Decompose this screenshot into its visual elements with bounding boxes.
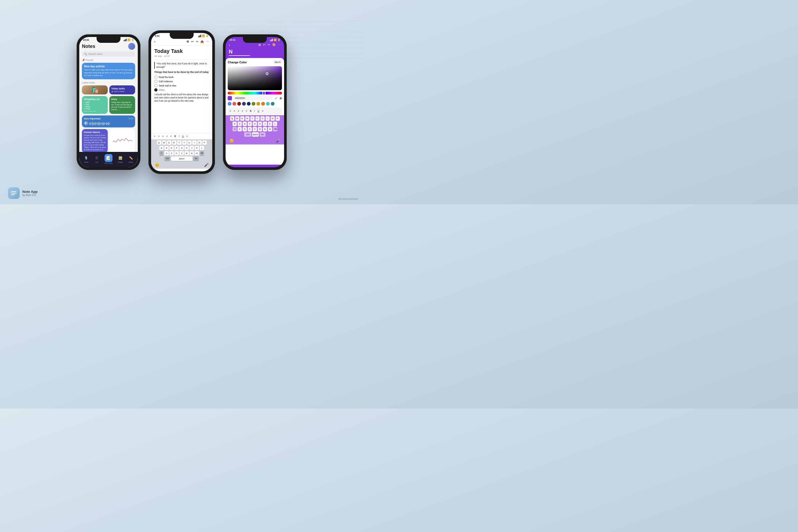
p-key-shift[interactable]: ⇧ — [232, 127, 237, 131]
swatch-checked[interactable]: ✓ — [228, 102, 231, 106]
p-key-y[interactable]: Y — [255, 116, 260, 121]
note-card-today[interactable]: Today tasks 🔒 note is locked — [109, 86, 135, 94]
pinned-card[interactable]: New day activity How to make your day be… — [82, 63, 135, 79]
p-key-j[interactable]: J — [263, 121, 267, 126]
format-underline[interactable]: U — [181, 134, 185, 138]
swatch-teal[interactable] — [266, 102, 270, 106]
note-card-image[interactable] — [82, 86, 108, 94]
key-m[interactable]: M — [195, 151, 199, 156]
hue-handle[interactable] — [262, 91, 266, 95]
key-q[interactable]: Q — [157, 140, 161, 145]
play-icon[interactable]: ▶ — [84, 121, 88, 125]
format-align-center-p[interactable]: ≡ — [233, 109, 236, 113]
p-key-x[interactable]: X — [243, 127, 247, 131]
format-align-left-p[interactable]: ≡ — [229, 109, 232, 113]
key-shift[interactable]: ⇧ — [159, 151, 164, 156]
swatch-olive[interactable] — [252, 102, 255, 106]
key-z[interactable]: Z — [165, 151, 169, 156]
format-list[interactable]: ≡ — [186, 134, 189, 138]
hex-selector[interactable]: Hex ▾ — [273, 60, 282, 64]
key-r[interactable]: R — [172, 140, 176, 145]
swatch-red[interactable] — [232, 102, 236, 106]
swatch-yellow[interactable] — [256, 102, 260, 106]
swatch-navy[interactable] — [247, 102, 251, 106]
p-key-o[interactable]: O — [270, 116, 275, 121]
key-e[interactable]: E — [167, 140, 171, 145]
p-key-u[interactable]: U — [261, 116, 265, 121]
key-y[interactable]: Y — [182, 140, 187, 145]
p-key-h[interactable]: H — [258, 121, 262, 126]
note-card-draw[interactable] — [109, 129, 135, 153]
key-space[interactable]: space — [171, 156, 192, 161]
p-key-k[interactable]: K — [268, 121, 272, 126]
p-key-go[interactable]: Go — [260, 132, 265, 137]
redo-icon-purple[interactable]: ↪ — [268, 43, 270, 47]
more-icon[interactable]: ⋯ — [206, 40, 209, 43]
key-d[interactable]: D — [169, 146, 174, 150]
share-icon[interactable]: 📤 — [200, 40, 204, 43]
key-k[interactable]: K — [195, 146, 199, 150]
more-icon-purple[interactable]: ⋯ — [278, 43, 281, 47]
key-g[interactable]: G — [179, 146, 184, 150]
back-icon-purple[interactable]: ‹ — [229, 43, 230, 47]
p-key-i[interactable]: I — [265, 116, 270, 121]
add-color-icon[interactable]: ⊕ — [280, 97, 282, 100]
checkbox-2[interactable] — [154, 80, 157, 83]
format-indent2[interactable]: ≡ — [169, 134, 172, 138]
format-align-center[interactable]: ≡ — [157, 134, 160, 138]
key-123[interactable]: 123 — [165, 156, 170, 161]
key-a[interactable]: A — [159, 146, 164, 150]
key-v[interactable]: V — [179, 151, 184, 156]
redo-icon[interactable]: ↪ — [196, 40, 198, 43]
swatch-dark-red[interactable] — [237, 102, 241, 106]
format-list-p[interactable]: ≡ — [261, 109, 264, 113]
key-backspace[interactable]: ⌫ — [200, 151, 204, 156]
color-gradient-canvas[interactable] — [228, 66, 282, 90]
format-indent1-p[interactable]: ≡ — [241, 109, 244, 113]
p-key-v[interactable]: V — [253, 127, 257, 131]
format-underline-p[interactable]: U — [257, 109, 260, 113]
key-t[interactable]: T — [177, 140, 182, 145]
swatch-orange[interactable] — [261, 102, 265, 106]
key-n[interactable]: N — [190, 151, 194, 156]
note-card-shopping[interactable]: Shopping List ○ Meat ○ Rice ○ Butter ● C… — [82, 96, 108, 114]
mic-button[interactable]: 🎤 — [204, 163, 209, 167]
search-bar[interactable]: 🔍 Search notes — [82, 51, 135, 57]
key-l[interactable]: L — [200, 146, 204, 150]
back-icon[interactable]: ‹ — [154, 39, 156, 44]
p-key-e[interactable]: E — [240, 116, 244, 121]
p-key-s[interactable]: S — [238, 121, 242, 126]
p-key-p[interactable]: P — [276, 116, 280, 121]
p-key-space[interactable]: space — [252, 132, 259, 137]
key-b[interactable]: B — [185, 151, 189, 156]
add-icon[interactable]: ⊕ — [187, 40, 189, 43]
p-key-123[interactable]: 123 — [244, 132, 251, 137]
format-bold-p[interactable]: B — [249, 109, 252, 113]
format-align-left[interactable]: ≡ — [153, 134, 156, 138]
emoji-button-purple[interactable]: 😊 — [229, 138, 234, 143]
p-key-r[interactable]: R — [245, 116, 249, 121]
key-o[interactable]: O — [197, 140, 202, 145]
checkbox-4[interactable]: ✓ — [154, 88, 157, 92]
p-key-l[interactable]: L — [273, 121, 277, 126]
hex-value-input[interactable]: #8235DC — [233, 96, 273, 100]
p-key-b[interactable]: B — [258, 127, 262, 131]
key-h[interactable]: H — [185, 146, 189, 150]
emoji-button[interactable]: 😊 — [155, 163, 159, 167]
key-f[interactable]: F — [174, 146, 179, 150]
tab-image[interactable]: 🖼️ Image — [117, 155, 123, 163]
checkbox-3[interactable] — [154, 84, 157, 87]
key-p[interactable]: P — [203, 140, 207, 145]
p-key-w[interactable]: W — [235, 116, 240, 121]
format-bold[interactable]: B — [173, 134, 177, 138]
hue-slider[interactable] — [228, 92, 282, 94]
undo-icon-purple[interactable]: ↩ — [263, 43, 265, 47]
swatch-dark-teal[interactable] — [271, 102, 274, 106]
tab-voice[interactable]: 🎙️ Voice — [83, 155, 89, 163]
format-italic[interactable]: I — [178, 134, 180, 138]
eyedropper-icon[interactable]: 💉 — [274, 97, 278, 100]
key-go[interactable]: Go — [193, 156, 199, 161]
key-w[interactable]: W — [162, 140, 166, 145]
p-key-m[interactable]: M — [268, 127, 272, 131]
user-avatar[interactable] — [128, 43, 135, 50]
